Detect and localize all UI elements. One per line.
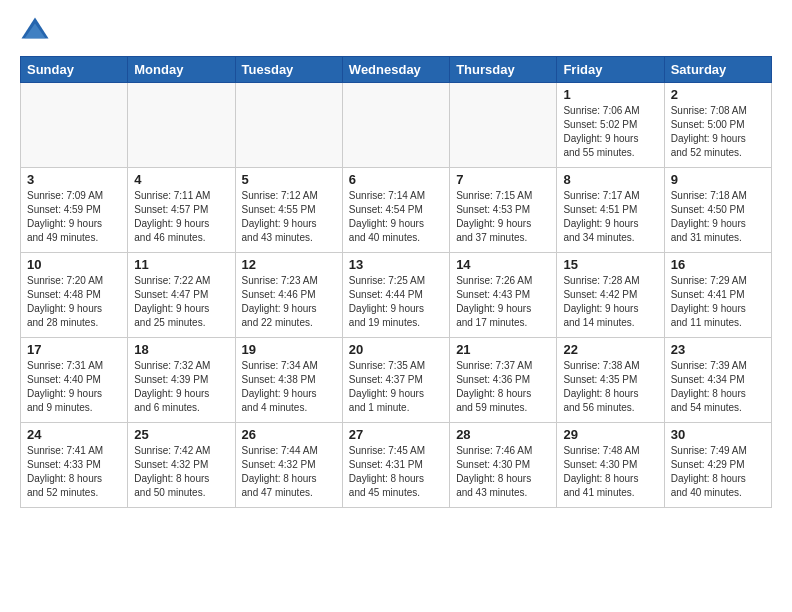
day-cell: 16Sunrise: 7:29 AM Sunset: 4:41 PM Dayli… <box>664 253 771 338</box>
day-cell: 8Sunrise: 7:17 AM Sunset: 4:51 PM Daylig… <box>557 168 664 253</box>
day-number: 26 <box>242 427 336 442</box>
day-number: 3 <box>27 172 121 187</box>
day-cell <box>342 83 449 168</box>
day-number: 13 <box>349 257 443 272</box>
day-info: Sunrise: 7:46 AM Sunset: 4:30 PM Dayligh… <box>456 444 550 500</box>
day-number: 8 <box>563 172 657 187</box>
day-info: Sunrise: 7:18 AM Sunset: 4:50 PM Dayligh… <box>671 189 765 245</box>
logo <box>20 16 54 46</box>
day-number: 27 <box>349 427 443 442</box>
header-tuesday: Tuesday <box>235 57 342 83</box>
header-saturday: Saturday <box>664 57 771 83</box>
day-cell: 30Sunrise: 7:49 AM Sunset: 4:29 PM Dayli… <box>664 423 771 508</box>
day-cell <box>21 83 128 168</box>
day-info: Sunrise: 7:34 AM Sunset: 4:38 PM Dayligh… <box>242 359 336 415</box>
day-cell <box>128 83 235 168</box>
day-cell: 4Sunrise: 7:11 AM Sunset: 4:57 PM Daylig… <box>128 168 235 253</box>
day-number: 10 <box>27 257 121 272</box>
day-number: 20 <box>349 342 443 357</box>
day-info: Sunrise: 7:37 AM Sunset: 4:36 PM Dayligh… <box>456 359 550 415</box>
day-cell: 21Sunrise: 7:37 AM Sunset: 4:36 PM Dayli… <box>450 338 557 423</box>
week-row-1: 3Sunrise: 7:09 AM Sunset: 4:59 PM Daylig… <box>21 168 772 253</box>
day-info: Sunrise: 7:45 AM Sunset: 4:31 PM Dayligh… <box>349 444 443 500</box>
header-wednesday: Wednesday <box>342 57 449 83</box>
day-cell: 3Sunrise: 7:09 AM Sunset: 4:59 PM Daylig… <box>21 168 128 253</box>
day-cell: 25Sunrise: 7:42 AM Sunset: 4:32 PM Dayli… <box>128 423 235 508</box>
day-number: 25 <box>134 427 228 442</box>
day-number: 28 <box>456 427 550 442</box>
header <box>20 16 772 46</box>
day-number: 17 <box>27 342 121 357</box>
day-info: Sunrise: 7:15 AM Sunset: 4:53 PM Dayligh… <box>456 189 550 245</box>
day-number: 18 <box>134 342 228 357</box>
day-info: Sunrise: 7:41 AM Sunset: 4:33 PM Dayligh… <box>27 444 121 500</box>
logo-icon <box>20 16 50 46</box>
day-info: Sunrise: 7:32 AM Sunset: 4:39 PM Dayligh… <box>134 359 228 415</box>
day-info: Sunrise: 7:08 AM Sunset: 5:00 PM Dayligh… <box>671 104 765 160</box>
day-cell: 29Sunrise: 7:48 AM Sunset: 4:30 PM Dayli… <box>557 423 664 508</box>
day-info: Sunrise: 7:44 AM Sunset: 4:32 PM Dayligh… <box>242 444 336 500</box>
day-info: Sunrise: 7:31 AM Sunset: 4:40 PM Dayligh… <box>27 359 121 415</box>
day-number: 4 <box>134 172 228 187</box>
week-row-4: 24Sunrise: 7:41 AM Sunset: 4:33 PM Dayli… <box>21 423 772 508</box>
day-number: 21 <box>456 342 550 357</box>
day-number: 23 <box>671 342 765 357</box>
day-number: 5 <box>242 172 336 187</box>
week-row-0: 1Sunrise: 7:06 AM Sunset: 5:02 PM Daylig… <box>21 83 772 168</box>
day-cell <box>450 83 557 168</box>
day-number: 2 <box>671 87 765 102</box>
day-cell: 22Sunrise: 7:38 AM Sunset: 4:35 PM Dayli… <box>557 338 664 423</box>
day-number: 22 <box>563 342 657 357</box>
day-info: Sunrise: 7:17 AM Sunset: 4:51 PM Dayligh… <box>563 189 657 245</box>
day-cell: 7Sunrise: 7:15 AM Sunset: 4:53 PM Daylig… <box>450 168 557 253</box>
day-cell: 6Sunrise: 7:14 AM Sunset: 4:54 PM Daylig… <box>342 168 449 253</box>
day-cell: 13Sunrise: 7:25 AM Sunset: 4:44 PM Dayli… <box>342 253 449 338</box>
day-number: 29 <box>563 427 657 442</box>
day-info: Sunrise: 7:20 AM Sunset: 4:48 PM Dayligh… <box>27 274 121 330</box>
day-cell: 23Sunrise: 7:39 AM Sunset: 4:34 PM Dayli… <box>664 338 771 423</box>
day-info: Sunrise: 7:39 AM Sunset: 4:34 PM Dayligh… <box>671 359 765 415</box>
day-info: Sunrise: 7:09 AM Sunset: 4:59 PM Dayligh… <box>27 189 121 245</box>
day-cell: 1Sunrise: 7:06 AM Sunset: 5:02 PM Daylig… <box>557 83 664 168</box>
day-cell: 2Sunrise: 7:08 AM Sunset: 5:00 PM Daylig… <box>664 83 771 168</box>
day-info: Sunrise: 7:25 AM Sunset: 4:44 PM Dayligh… <box>349 274 443 330</box>
day-cell: 18Sunrise: 7:32 AM Sunset: 4:39 PM Dayli… <box>128 338 235 423</box>
day-cell: 17Sunrise: 7:31 AM Sunset: 4:40 PM Dayli… <box>21 338 128 423</box>
day-info: Sunrise: 7:23 AM Sunset: 4:46 PM Dayligh… <box>242 274 336 330</box>
page: SundayMondayTuesdayWednesdayThursdayFrid… <box>0 0 792 524</box>
day-cell: 14Sunrise: 7:26 AM Sunset: 4:43 PM Dayli… <box>450 253 557 338</box>
day-number: 6 <box>349 172 443 187</box>
day-number: 19 <box>242 342 336 357</box>
day-info: Sunrise: 7:48 AM Sunset: 4:30 PM Dayligh… <box>563 444 657 500</box>
day-cell: 9Sunrise: 7:18 AM Sunset: 4:50 PM Daylig… <box>664 168 771 253</box>
day-number: 12 <box>242 257 336 272</box>
day-info: Sunrise: 7:29 AM Sunset: 4:41 PM Dayligh… <box>671 274 765 330</box>
day-info: Sunrise: 7:06 AM Sunset: 5:02 PM Dayligh… <box>563 104 657 160</box>
week-row-2: 10Sunrise: 7:20 AM Sunset: 4:48 PM Dayli… <box>21 253 772 338</box>
day-cell: 24Sunrise: 7:41 AM Sunset: 4:33 PM Dayli… <box>21 423 128 508</box>
header-sunday: Sunday <box>21 57 128 83</box>
day-cell <box>235 83 342 168</box>
day-info: Sunrise: 7:22 AM Sunset: 4:47 PM Dayligh… <box>134 274 228 330</box>
day-cell: 5Sunrise: 7:12 AM Sunset: 4:55 PM Daylig… <box>235 168 342 253</box>
day-number: 14 <box>456 257 550 272</box>
day-cell: 27Sunrise: 7:45 AM Sunset: 4:31 PM Dayli… <box>342 423 449 508</box>
day-info: Sunrise: 7:28 AM Sunset: 4:42 PM Dayligh… <box>563 274 657 330</box>
day-cell: 10Sunrise: 7:20 AM Sunset: 4:48 PM Dayli… <box>21 253 128 338</box>
header-monday: Monday <box>128 57 235 83</box>
day-number: 15 <box>563 257 657 272</box>
day-info: Sunrise: 7:42 AM Sunset: 4:32 PM Dayligh… <box>134 444 228 500</box>
day-info: Sunrise: 7:12 AM Sunset: 4:55 PM Dayligh… <box>242 189 336 245</box>
day-cell: 19Sunrise: 7:34 AM Sunset: 4:38 PM Dayli… <box>235 338 342 423</box>
day-number: 24 <box>27 427 121 442</box>
day-number: 30 <box>671 427 765 442</box>
day-info: Sunrise: 7:14 AM Sunset: 4:54 PM Dayligh… <box>349 189 443 245</box>
day-number: 16 <box>671 257 765 272</box>
day-cell: 12Sunrise: 7:23 AM Sunset: 4:46 PM Dayli… <box>235 253 342 338</box>
day-cell: 15Sunrise: 7:28 AM Sunset: 4:42 PM Dayli… <box>557 253 664 338</box>
day-number: 1 <box>563 87 657 102</box>
day-info: Sunrise: 7:26 AM Sunset: 4:43 PM Dayligh… <box>456 274 550 330</box>
day-info: Sunrise: 7:11 AM Sunset: 4:57 PM Dayligh… <box>134 189 228 245</box>
day-cell: 20Sunrise: 7:35 AM Sunset: 4:37 PM Dayli… <box>342 338 449 423</box>
day-cell: 26Sunrise: 7:44 AM Sunset: 4:32 PM Dayli… <box>235 423 342 508</box>
